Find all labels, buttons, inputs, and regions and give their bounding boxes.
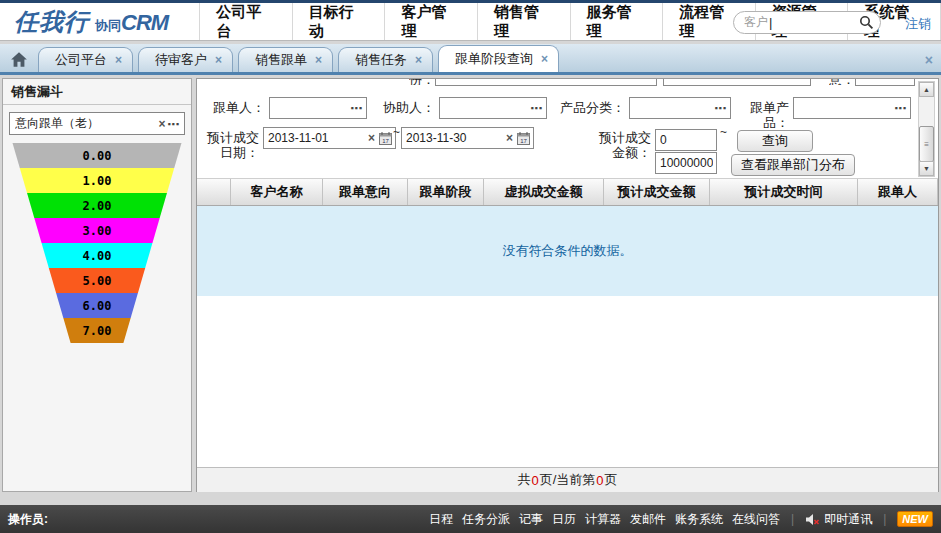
field-label: 产品分类： xyxy=(547,97,625,115)
status-link-日程[interactable]: 日程 xyxy=(429,511,453,528)
nav-item-客户管理[interactable]: 客户管理 xyxy=(385,3,478,40)
tab-close-icon[interactable]: × xyxy=(215,53,222,67)
scroll-down-icon[interactable]: ▼ xyxy=(919,161,934,176)
tab-销售任务[interactable]: 销售任务× xyxy=(338,47,433,72)
field-input[interactable]: ▪▪▪ xyxy=(793,97,911,119)
speaker-muted-icon xyxy=(805,513,820,526)
view-dept-distribution-button[interactable]: 查看跟单部门分布 xyxy=(731,154,855,176)
calendar-icon[interactable]: 17 xyxy=(517,132,530,145)
status-link-发邮件[interactable]: 发邮件 xyxy=(630,511,666,528)
tab-close-icon[interactable]: × xyxy=(541,52,548,66)
tab-label: 待审客户 xyxy=(155,51,207,69)
status-bar: 操作员: 日程任务分派记事日历计算器发邮件账务系统在线问答 | 即时通讯 | N… xyxy=(0,505,941,533)
sales-funnel-chart: 0.001.002.003.004.005.006.007.00 xyxy=(9,143,185,343)
status-link-任务分派[interactable]: 任务分派 xyxy=(462,511,510,528)
clear-icon[interactable]: × xyxy=(504,131,515,145)
tab-跟单阶段查询[interactable]: 跟单阶段查询× xyxy=(438,45,559,72)
funnel-filter-input[interactable]: 意向跟单（老） × ▪▪▪ xyxy=(9,112,185,135)
clear-icon[interactable]: × xyxy=(366,131,377,145)
search-input-value: 客户 xyxy=(744,14,768,31)
calendar-icon[interactable]: 17 xyxy=(379,132,392,145)
tab-bar: 公司平台×待审客户×销售跟单×销售任务×跟单阶段查询× × xyxy=(0,44,941,75)
field-协助人: 协助人：▪▪▪ xyxy=(379,97,547,119)
funnel-segment[interactable]: 2.00 xyxy=(9,193,185,218)
date-to-value: 2013-11-30 xyxy=(406,131,504,145)
tab-label: 销售跟单 xyxy=(255,51,307,69)
funnel-segment[interactable]: 5.00 xyxy=(9,268,185,293)
form-scrollbar[interactable]: ▲ ≡ ▼ xyxy=(918,81,935,177)
logo-sub: 协同 xyxy=(95,17,121,35)
tab-待审客户[interactable]: 待审客户× xyxy=(138,47,233,72)
lookup-icon[interactable]: ▪▪▪ xyxy=(350,103,363,113)
column-header-预计成交金额[interactable]: 预计成交金额 xyxy=(604,179,710,205)
column-header-预计成交时间[interactable]: 预计成交时间 xyxy=(710,179,858,205)
lookup-icon[interactable]: ▪▪▪ xyxy=(530,103,543,113)
lookup-icon[interactable]: ▪▪▪ xyxy=(167,119,180,129)
nav-item-目标行动[interactable]: 目标行动 xyxy=(293,3,386,40)
pagination-text: 页/当前第 xyxy=(540,471,596,489)
lookup-icon[interactable]: ▪▪▪ xyxy=(894,103,907,113)
column-header-虚拟成交金额[interactable]: 虚拟成交金额 xyxy=(484,179,604,205)
date-from-input[interactable]: 2013-11-01 × 17 xyxy=(263,127,396,149)
clipped-input[interactable] xyxy=(855,79,915,86)
amount-max-input[interactable]: 100000000 xyxy=(655,152,717,174)
column-header-客户名称[interactable]: 客户名称 xyxy=(231,179,323,205)
tab-label: 公司平台 xyxy=(55,51,107,69)
query-button[interactable]: 查询 xyxy=(737,130,813,152)
funnel-segment[interactable]: 1.00 xyxy=(9,168,185,193)
im-label: 即时通讯 xyxy=(824,511,872,528)
scroll-up-icon[interactable]: ▲ xyxy=(919,82,934,97)
clipped-input[interactable] xyxy=(435,79,657,86)
expected-date-to-field: 2013-11-30 × 17 xyxy=(401,127,534,149)
tab-label: 销售任务 xyxy=(355,51,407,69)
tab-close-icon[interactable]: × xyxy=(415,53,422,67)
funnel-segment[interactable]: 0.00 xyxy=(9,143,185,168)
column-header-跟单阶段[interactable]: 跟单阶段 xyxy=(408,179,484,205)
new-badge[interactable]: NEW xyxy=(897,511,933,527)
logout-link[interactable]: 注销 xyxy=(905,15,931,33)
search-icon[interactable] xyxy=(859,15,874,30)
column-header-selector[interactable] xyxy=(197,179,231,205)
lookup-icon[interactable]: ▪▪▪ xyxy=(714,103,727,113)
field-input[interactable]: ▪▪▪ xyxy=(629,97,731,119)
status-link-日历[interactable]: 日历 xyxy=(552,511,576,528)
funnel-segment[interactable]: 3.00 xyxy=(9,218,185,243)
funnel-segment[interactable]: 4.00 xyxy=(9,243,185,268)
nav-item-服务管理[interactable]: 服务管理 xyxy=(571,3,664,40)
funnel-segment[interactable]: 6.00 xyxy=(9,293,185,318)
status-link-记事[interactable]: 记事 xyxy=(519,511,543,528)
home-button[interactable] xyxy=(6,48,32,70)
funnel-segment[interactable]: 7.00 xyxy=(9,318,185,343)
nav-item-公司平台[interactable]: 公司平台 xyxy=(199,3,293,40)
status-link-计算器[interactable]: 计算器 xyxy=(585,511,621,528)
sales-funnel-panel: 销售漏斗 意向跟单（老） × ▪▪▪ 0.001.002.003.004.005… xyxy=(2,78,192,492)
results-table-body xyxy=(197,296,938,467)
topbar-search-input[interactable]: 客户 | xyxy=(733,11,881,34)
column-header-跟单意向[interactable]: 跟单意向 xyxy=(323,179,408,205)
app-window: 任我行 协同 CRM 公司平台目标行动客户管理销售管理服务管理流程管理资源管理系… xyxy=(0,0,941,533)
nav-item-销售管理[interactable]: 销售管理 xyxy=(478,3,571,40)
field-input[interactable]: ▪▪▪ xyxy=(439,97,547,119)
clipped-input[interactable] xyxy=(663,79,811,86)
date-to-input[interactable]: 2013-11-30 × 17 xyxy=(401,127,534,149)
tab-公司平台[interactable]: 公司平台× xyxy=(38,47,133,72)
amount-min-value: 0 xyxy=(660,133,713,147)
pagination-text: 页 xyxy=(605,471,618,489)
scrollbar-thumb[interactable]: ≡ xyxy=(919,126,934,162)
column-header-跟单人[interactable]: 跟单人 xyxy=(858,179,938,205)
query-panel: 份： 意： 跟单人：▪▪▪协助人：▪▪▪产品分类：▪▪▪跟单产品：▪▪▪ 预计成… xyxy=(196,78,939,492)
amount-min-input[interactable]: 0 xyxy=(655,129,717,151)
field-input[interactable]: ▪▪▪ xyxy=(269,97,367,119)
current-page: 0 xyxy=(595,473,604,488)
tab-close-icon[interactable]: × xyxy=(115,53,122,67)
clear-icon[interactable]: × xyxy=(156,117,167,131)
range-tilde: ~ xyxy=(720,125,727,139)
field-label: 跟单人： xyxy=(209,97,265,115)
tab-销售跟单[interactable]: 销售跟单× xyxy=(238,47,333,72)
tab-close-icon[interactable]: × xyxy=(315,53,322,67)
tabbar-close-icon[interactable]: × xyxy=(925,52,933,68)
status-link-账务系统[interactable]: 账务系统 xyxy=(675,511,723,528)
instant-messaging-button[interactable]: 即时通讯 xyxy=(805,511,872,528)
status-link-在线问答[interactable]: 在线问答 xyxy=(732,511,780,528)
date-from-value: 2013-11-01 xyxy=(268,131,366,145)
